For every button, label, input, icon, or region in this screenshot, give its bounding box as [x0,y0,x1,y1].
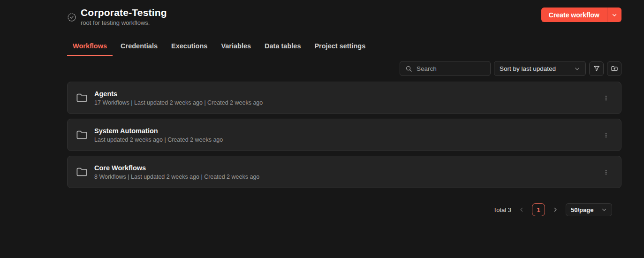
tab-label: Variables [221,42,251,50]
folder-name: Agents [94,90,600,98]
project-title-texts: Corporate-Testing root for testing workf… [81,7,167,26]
chevron-left-icon [519,207,524,212]
kebab-icon [603,95,609,101]
funnel-icon [593,65,600,72]
folder-plus-icon [611,65,618,72]
folder-meta: Last updated 2 weeks ago | Created 2 wee… [94,137,600,143]
kebab-icon [603,132,609,138]
folder-icon [76,129,88,141]
tab-label: Executions [171,42,207,50]
tab-label: Credentials [121,42,158,50]
create-workflow-chevron-down-icon[interactable] [607,8,621,22]
folder-menu-button[interactable] [600,167,612,178]
pagination: Total 3 1 50/page [67,203,621,216]
project-check-circle-icon [67,13,76,22]
search-icon [405,65,412,72]
chevron-right-icon [553,207,558,212]
tab-executions[interactable]: Executions [166,38,213,56]
search-input[interactable] [417,65,485,72]
filter-button[interactable] [589,61,604,76]
folder-info: Core Workflows 8 Workflows | Last update… [94,164,600,180]
new-folder-button[interactable] [607,61,621,76]
create-workflow-button[interactable]: Create workflow [541,8,621,22]
project-page: Corporate-Testing root for testing workf… [0,0,644,216]
folder-card[interactable]: System Automation Last updated 2 weeks a… [67,119,621,151]
kebab-icon [603,169,609,175]
folder-menu-button[interactable] [600,92,612,104]
prev-page-button[interactable] [517,205,526,214]
folder-info: System Automation Last updated 2 weeks a… [94,127,600,143]
total-count: Total 3 [493,206,511,213]
folder-icon [76,166,88,178]
tab-variables[interactable]: Variables [215,38,257,56]
create-workflow-label[interactable]: Create workflow [541,8,607,22]
tab-label: Workflows [73,42,107,50]
chevron-down-icon [574,66,580,72]
search-box[interactable] [400,61,491,76]
folder-name: System Automation [94,127,600,135]
tab-project-settings[interactable]: Project settings [309,38,371,56]
tab-workflows[interactable]: Workflows [67,38,113,56]
folder-list: Agents 17 Workflows | Last updated 2 wee… [67,82,621,188]
page-subtitle: root for testing workflows. [81,19,167,26]
tab-credentials[interactable]: Credentials [115,38,163,56]
page-size-dropdown[interactable]: 50/page [566,203,612,216]
folder-card[interactable]: Core Workflows 8 Workflows | Last update… [67,156,621,188]
project-header: Corporate-Testing root for testing workf… [67,7,621,26]
folder-name: Core Workflows [94,164,600,172]
folder-menu-button[interactable] [600,129,612,141]
tab-label: Project settings [314,42,365,50]
folder-meta: 8 Workflows | Last updated 2 weeks ago |… [94,174,600,180]
current-page-button[interactable]: 1 [532,203,545,216]
chevron-down-icon [601,207,607,212]
page-size-value: 50/page [571,206,593,213]
sort-dropdown-value: Sort by last updated [500,65,556,72]
sort-dropdown[interactable]: Sort by last updated [494,61,586,76]
project-tabs: Workflows Credentials Executions Variabl… [67,38,621,56]
tab-label: Data tables [265,42,301,50]
project-title-block: Corporate-Testing root for testing workf… [67,7,167,26]
folder-meta: 17 Workflows | Last updated 2 weeks ago … [94,99,600,106]
next-page-button[interactable] [551,205,560,214]
page-title: Corporate-Testing [81,7,167,18]
list-toolbar: Sort by last updated [67,61,621,76]
folder-icon [76,91,88,104]
folder-info: Agents 17 Workflows | Last updated 2 wee… [94,90,600,106]
tab-data-tables[interactable]: Data tables [259,38,306,56]
folder-card[interactable]: Agents 17 Workflows | Last updated 2 wee… [67,82,621,114]
